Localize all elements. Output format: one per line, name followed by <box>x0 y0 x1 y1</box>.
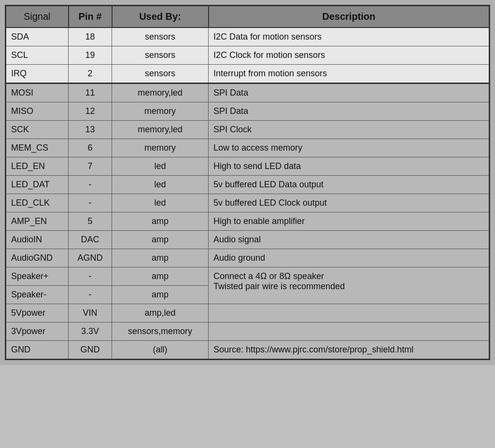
cell-description: SPI Clock <box>209 121 490 139</box>
cell-pin: GND <box>69 341 112 360</box>
header-signal: Signal <box>6 6 69 28</box>
cell-description: Low to access memory <box>209 139 490 157</box>
cell-description <box>209 322 490 341</box>
cell-pin: 18 <box>69 28 112 46</box>
table-row: 3Vpower3.3Vsensors,memory <box>6 322 490 341</box>
cell-description <box>209 304 490 322</box>
cell-signal: SCK <box>6 121 69 139</box>
table-row: SCL19sensorsI2C Clock for motion sensors <box>6 46 490 65</box>
table-row: IRQ2sensorsInterrupt from motion sensors <box>6 65 490 84</box>
cell-description: 5v buffered LED Data output <box>209 176 490 194</box>
table-row: SDA18sensorsI2C Data for motion sensors <box>6 28 490 46</box>
cell-usedby: led <box>112 176 209 194</box>
cell-description: Source: https://www.pjrc.com/store/prop_… <box>209 341 490 360</box>
cell-usedby: amp <box>112 249 209 267</box>
cell-usedby: memory,led <box>112 84 209 102</box>
cell-description: SPI Data <box>209 84 490 102</box>
cell-signal: 5Vpower <box>6 304 69 322</box>
cell-usedby: memory <box>112 102 209 121</box>
cell-signal: LED_EN <box>6 157 69 176</box>
cell-pin: 11 <box>69 84 112 102</box>
table-row: MISO12memorySPI Data <box>6 102 490 121</box>
table-row: 5VpowerVINamp,led <box>6 304 490 322</box>
cell-usedby: sensors,memory <box>112 322 209 341</box>
table-row: AudioINDACampAudio signal <box>6 231 490 249</box>
cell-signal: AMP_EN <box>6 212 69 231</box>
cell-signal: GND <box>6 341 69 360</box>
table-row: LED_CLK-led5v buffered LED Clock output <box>6 194 490 212</box>
table-row: GNDGND(all)Source: https://www.pjrc.com/… <box>6 341 490 360</box>
cell-usedby: (all) <box>112 341 209 360</box>
cell-description: Audio ground <box>209 249 490 267</box>
cell-signal: SCL <box>6 46 69 65</box>
cell-signal: Speaker+ <box>6 267 69 286</box>
cell-pin: - <box>69 194 112 212</box>
cell-pin: 6 <box>69 139 112 157</box>
cell-pin: - <box>69 286 112 304</box>
table-row: LED_DAT-led5v buffered LED Data output <box>6 176 490 194</box>
cell-signal: SDA <box>6 28 69 46</box>
main-container: Signal Pin # Used By: Description SDA18s… <box>0 0 495 365</box>
cell-pin: AGND <box>69 249 112 267</box>
cell-signal: 3Vpower <box>6 322 69 341</box>
signal-table: Signal Pin # Used By: Description SDA18s… <box>5 5 490 360</box>
cell-usedby: amp <box>112 231 209 249</box>
cell-description: High to send LED data <box>209 157 490 176</box>
cell-pin: 2 <box>69 65 112 84</box>
table-row: SCK13memory,ledSPI Clock <box>6 121 490 139</box>
header-description: Description <box>209 6 490 28</box>
table-row: LED_EN7ledHigh to send LED data <box>6 157 490 176</box>
cell-usedby: led <box>112 157 209 176</box>
cell-pin: - <box>69 267 112 286</box>
header-row: Signal Pin # Used By: Description <box>6 6 490 28</box>
cell-usedby: amp,led <box>112 304 209 322</box>
header-usedby: Used By: <box>112 6 209 28</box>
cell-usedby: sensors <box>112 65 209 84</box>
cell-signal: MISO <box>6 102 69 121</box>
cell-signal: MOSI <box>6 84 69 102</box>
cell-signal: LED_CLK <box>6 194 69 212</box>
cell-description: Interrupt from motion sensors <box>209 65 490 84</box>
cell-pin: VIN <box>69 304 112 322</box>
cell-description: Audio signal <box>209 231 490 249</box>
cell-usedby: amp <box>112 286 209 304</box>
table-row: AudioGNDAGNDampAudio ground <box>6 249 490 267</box>
cell-pin: 19 <box>69 46 112 65</box>
cell-pin: 3.3V <box>69 322 112 341</box>
cell-description: I2C Data for motion sensors <box>209 28 490 46</box>
cell-signal: IRQ <box>6 65 69 84</box>
table-row: AMP_EN5ampHigh to enable amplifier <box>6 212 490 231</box>
cell-description: High to enable amplifier <box>209 212 490 231</box>
cell-usedby: memory <box>112 139 209 157</box>
cell-signal: LED_DAT <box>6 176 69 194</box>
cell-usedby: amp <box>112 212 209 231</box>
table-row: Speaker+-ampConnect a 4Ω or 8Ω speakerTw… <box>6 267 490 286</box>
table-row: MOSI11memory,ledSPI Data <box>6 84 490 102</box>
cell-usedby: amp <box>112 267 209 286</box>
cell-description: I2C Clock for motion sensors <box>209 46 490 65</box>
cell-description: 5v buffered LED Clock output <box>209 194 490 212</box>
cell-description: Connect a 4Ω or 8Ω speakerTwisted pair w… <box>209 267 490 304</box>
cell-signal: AudioGND <box>6 249 69 267</box>
cell-signal: AudioIN <box>6 231 69 249</box>
cell-usedby: led <box>112 194 209 212</box>
cell-description: SPI Data <box>209 102 490 121</box>
table-row: MEM_CS6memoryLow to access memory <box>6 139 490 157</box>
header-pin: Pin # <box>69 6 112 28</box>
cell-pin: 12 <box>69 102 112 121</box>
cell-pin: 13 <box>69 121 112 139</box>
cell-pin: 7 <box>69 157 112 176</box>
cell-signal: MEM_CS <box>6 139 69 157</box>
cell-pin: DAC <box>69 231 112 249</box>
cell-usedby: memory,led <box>112 121 209 139</box>
cell-signal: Speaker- <box>6 286 69 304</box>
table-body: SDA18sensorsI2C Data for motion sensorsS… <box>6 28 490 360</box>
cell-usedby: sensors <box>112 46 209 65</box>
cell-pin: - <box>69 176 112 194</box>
cell-usedby: sensors <box>112 28 209 46</box>
cell-pin: 5 <box>69 212 112 231</box>
